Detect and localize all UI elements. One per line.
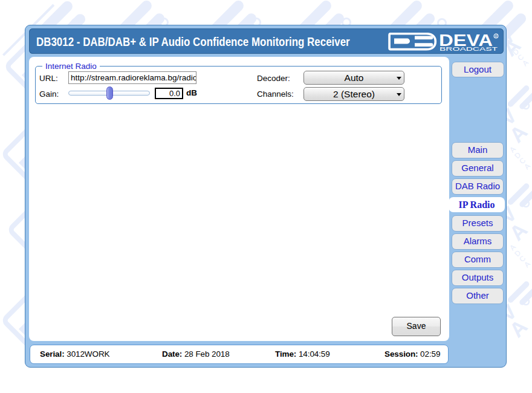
- svg-text:A: A: [521, 59, 530, 68]
- svg-text:A: A: [522, 260, 532, 270]
- svg-text:A: A: [522, 162, 532, 172]
- svg-text:BROADCAST: BROADCAST: [440, 47, 498, 52]
- svg-text:R: R: [495, 34, 498, 38]
